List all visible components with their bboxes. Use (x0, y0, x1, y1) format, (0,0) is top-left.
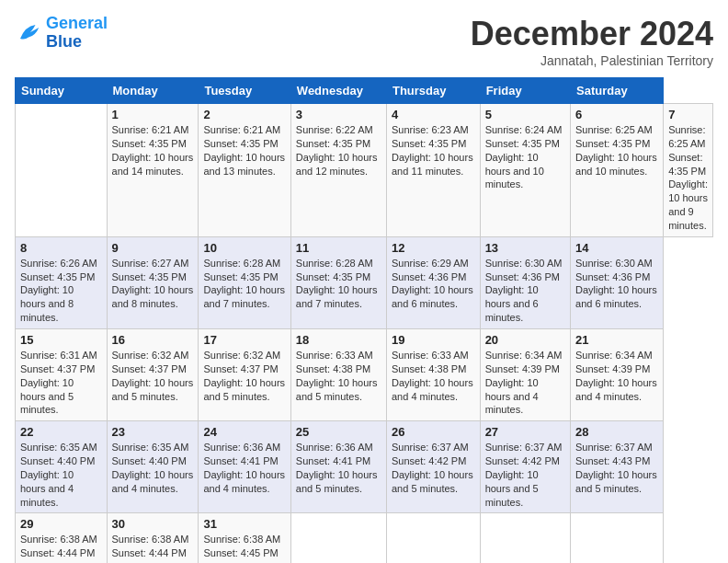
day-number: 13 (485, 241, 565, 255)
calendar-cell: 19Sunrise: 6:33 AMSunset: 4:38 PMDayligh… (386, 328, 480, 420)
cell-info: Sunrise: 6:28 AMSunset: 4:35 PMDaylight:… (203, 257, 285, 311)
calendar-row: 15Sunrise: 6:31 AMSunset: 4:37 PMDayligh… (16, 328, 713, 420)
cell-info: Sunrise: 6:36 AMSunset: 4:41 PMDaylight:… (203, 441, 285, 495)
calendar-cell: 13Sunrise: 6:30 AMSunset: 4:36 PMDayligh… (480, 236, 570, 328)
day-number: 14 (575, 241, 658, 255)
cell-info: Sunrise: 6:34 AMSunset: 4:39 PMDaylight:… (575, 349, 658, 403)
day-number: 28 (575, 425, 658, 439)
calendar-cell: 21Sunrise: 6:34 AMSunset: 4:39 PMDayligh… (571, 328, 664, 420)
header-wednesday: Wednesday (290, 78, 386, 104)
logo-text: General Blue (46, 15, 108, 52)
day-number: 23 (112, 425, 194, 439)
calendar-cell: 22Sunrise: 6:35 AMSunset: 4:40 PMDayligh… (16, 421, 108, 513)
calendar-row: 1Sunrise: 6:21 AMSunset: 4:35 PMDaylight… (16, 104, 713, 237)
day-number: 29 (20, 517, 102, 531)
day-number: 5 (485, 108, 565, 121)
month-title: December 2024 (471, 15, 713, 53)
calendar-cell: 25Sunrise: 6:36 AMSunset: 4:41 PMDayligh… (290, 421, 386, 513)
cell-info: Sunrise: 6:33 AMSunset: 4:38 PMDaylight:… (392, 349, 475, 403)
calendar-cell: 12Sunrise: 6:29 AMSunset: 4:36 PMDayligh… (386, 236, 480, 328)
day-number: 11 (296, 241, 381, 255)
calendar-cell (290, 513, 386, 563)
day-number: 27 (485, 425, 565, 439)
cell-info: Sunrise: 6:30 AMSunset: 4:36 PMDaylight:… (485, 257, 565, 325)
cell-info: Sunrise: 6:32 AMSunset: 4:37 PMDaylight:… (112, 349, 194, 403)
calendar-row: 8Sunrise: 6:26 AMSunset: 4:35 PMDaylight… (16, 236, 713, 328)
day-number: 30 (112, 517, 194, 531)
calendar-cell: 29Sunrise: 6:38 AMSunset: 4:44 PMDayligh… (16, 513, 108, 563)
cell-info: Sunrise: 6:23 AMSunset: 4:35 PMDaylight:… (392, 123, 475, 178)
cell-info: Sunrise: 6:33 AMSunset: 4:38 PMDaylight:… (296, 349, 381, 403)
header-friday: Friday (480, 78, 570, 104)
calendar-cell: 7Sunrise: 6:25 AMSunset: 4:35 PMDaylight… (664, 104, 713, 237)
day-number: 1 (112, 108, 194, 121)
day-number: 26 (392, 425, 475, 439)
title-block: December 2024 Jannatah, Palestinian Terr… (471, 15, 713, 68)
cell-info: Sunrise: 6:25 AMSunset: 4:35 PMDaylight:… (668, 123, 708, 233)
cell-info: Sunrise: 6:21 AMSunset: 4:35 PMDaylight:… (112, 123, 194, 178)
calendar-cell: 8Sunrise: 6:26 AMSunset: 4:35 PMDaylight… (16, 236, 108, 328)
cell-info: Sunrise: 6:26 AMSunset: 4:35 PMDaylight:… (20, 257, 102, 325)
calendar-cell: 14Sunrise: 6:30 AMSunset: 4:36 PMDayligh… (571, 236, 664, 328)
logo-icon (15, 19, 42, 47)
calendar-cell: 6Sunrise: 6:25 AMSunset: 4:35 PMDaylight… (571, 104, 664, 237)
day-number: 2 (203, 108, 285, 121)
calendar-cell: 31Sunrise: 6:38 AMSunset: 4:45 PMDayligh… (199, 513, 290, 563)
day-number: 15 (20, 333, 102, 347)
cell-info: Sunrise: 6:28 AMSunset: 4:35 PMDaylight:… (296, 257, 381, 311)
day-number: 9 (112, 241, 194, 255)
calendar-row: 29Sunrise: 6:38 AMSunset: 4:44 PMDayligh… (16, 513, 713, 563)
day-number: 10 (203, 241, 285, 255)
day-number: 17 (203, 333, 285, 347)
day-number: 25 (296, 425, 381, 439)
cell-info: Sunrise: 6:36 AMSunset: 4:41 PMDaylight:… (296, 441, 381, 495)
page-header: General Blue December 2024 Jannatah, Pal… (15, 15, 713, 68)
calendar-cell (571, 513, 664, 563)
header-thursday: Thursday (386, 78, 480, 104)
calendar-cell: 5Sunrise: 6:24 AMSunset: 4:35 PMDaylight… (480, 104, 570, 237)
calendar-cell: 20Sunrise: 6:34 AMSunset: 4:39 PMDayligh… (480, 328, 570, 420)
calendar-cell (386, 513, 480, 563)
day-number: 6 (575, 108, 658, 121)
day-number: 4 (392, 108, 475, 121)
day-number: 12 (392, 241, 475, 255)
calendar-row: 22Sunrise: 6:35 AMSunset: 4:40 PMDayligh… (16, 421, 713, 513)
calendar-cell: 3Sunrise: 6:22 AMSunset: 4:35 PMDaylight… (290, 104, 386, 237)
calendar-table: Sunday Monday Tuesday Wednesday Thursday… (15, 77, 713, 563)
header-row: Sunday Monday Tuesday Wednesday Thursday… (16, 78, 713, 104)
cell-info: Sunrise: 6:29 AMSunset: 4:36 PMDaylight:… (392, 257, 475, 311)
calendar-cell: 11Sunrise: 6:28 AMSunset: 4:35 PMDayligh… (290, 236, 386, 328)
day-number: 7 (668, 108, 708, 121)
calendar-cell: 27Sunrise: 6:37 AMSunset: 4:42 PMDayligh… (480, 421, 570, 513)
cell-info: Sunrise: 6:32 AMSunset: 4:37 PMDaylight:… (203, 349, 285, 403)
day-number: 20 (485, 333, 565, 347)
cell-info: Sunrise: 6:34 AMSunset: 4:39 PMDaylight:… (485, 349, 565, 417)
calendar-cell: 4Sunrise: 6:23 AMSunset: 4:35 PMDaylight… (386, 104, 480, 237)
cell-info: Sunrise: 6:22 AMSunset: 4:35 PMDaylight:… (296, 123, 381, 178)
header-sunday: Sunday (16, 78, 108, 104)
cell-info: Sunrise: 6:38 AMSunset: 4:45 PMDaylight:… (203, 533, 285, 563)
calendar-cell (16, 104, 108, 237)
cell-info: Sunrise: 6:37 AMSunset: 4:42 PMDaylight:… (485, 441, 565, 509)
calendar-cell: 2Sunrise: 6:21 AMSunset: 4:35 PMDaylight… (199, 104, 290, 237)
calendar-cell: 10Sunrise: 6:28 AMSunset: 4:35 PMDayligh… (199, 236, 290, 328)
calendar-cell: 24Sunrise: 6:36 AMSunset: 4:41 PMDayligh… (199, 421, 290, 513)
day-number: 19 (392, 333, 475, 347)
cell-info: Sunrise: 6:21 AMSunset: 4:35 PMDaylight:… (203, 123, 285, 178)
cell-info: Sunrise: 6:37 AMSunset: 4:42 PMDaylight:… (392, 441, 475, 495)
calendar-cell: 1Sunrise: 6:21 AMSunset: 4:35 PMDaylight… (107, 104, 199, 237)
calendar-cell: 26Sunrise: 6:37 AMSunset: 4:42 PMDayligh… (386, 421, 480, 513)
location-subtitle: Jannatah, Palestinian Territory (471, 53, 713, 68)
cell-info: Sunrise: 6:38 AMSunset: 4:44 PMDaylight:… (20, 533, 102, 563)
cell-info: Sunrise: 6:31 AMSunset: 4:37 PMDaylight:… (20, 349, 102, 417)
calendar-cell: 23Sunrise: 6:35 AMSunset: 4:40 PMDayligh… (107, 421, 199, 513)
header-monday: Monday (107, 78, 199, 104)
day-number: 16 (112, 333, 194, 347)
cell-info: Sunrise: 6:35 AMSunset: 4:40 PMDaylight:… (20, 441, 102, 509)
day-number: 18 (296, 333, 381, 347)
calendar-cell (480, 513, 570, 563)
cell-info: Sunrise: 6:27 AMSunset: 4:35 PMDaylight:… (112, 257, 194, 311)
day-number: 8 (20, 241, 102, 255)
calendar-cell: 30Sunrise: 6:38 AMSunset: 4:44 PMDayligh… (107, 513, 199, 563)
day-number: 3 (296, 108, 381, 121)
